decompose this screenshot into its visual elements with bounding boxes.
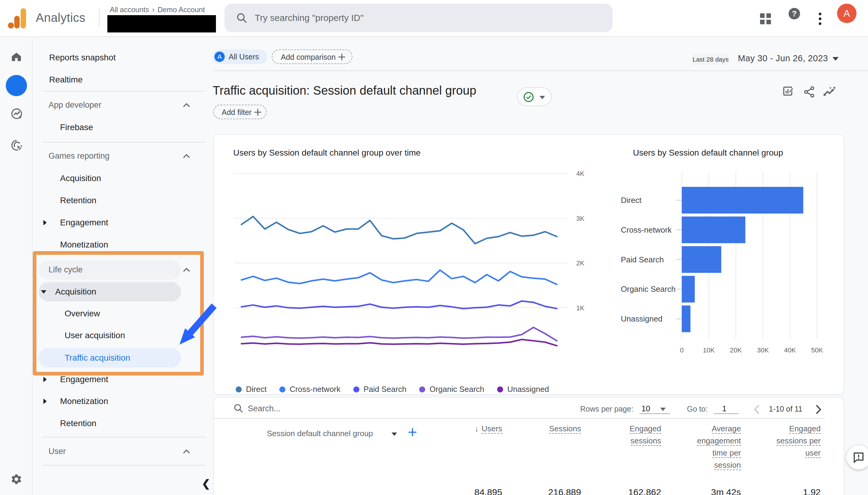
- chevron-up-icon[interactable]: [183, 103, 190, 107]
- next-page-icon[interactable]: [816, 405, 821, 414]
- sidenav-item-retention[interactable]: Retention: [60, 419, 97, 428]
- sidenav-item-engagement[interactable]: Engagement: [60, 375, 108, 384]
- legend-dot-icon: [419, 387, 425, 392]
- sidenav-item-games-reporting[interactable]: Games reporting: [49, 151, 109, 161]
- avatar[interactable]: A: [837, 4, 856, 23]
- breadcrumb[interactable]: All accounts›Demo Account: [110, 5, 205, 14]
- check-circle-icon: [523, 91, 534, 103]
- sidenav-item-firebase[interactable]: Firebase: [60, 122, 93, 132]
- feedback-button[interactable]: [847, 445, 868, 470]
- legend-item-direct: Direct: [236, 385, 266, 394]
- svg-text:4K: 4K: [576, 170, 585, 177]
- nav-divider: [42, 142, 206, 142]
- explore-icon[interactable]: [10, 107, 23, 120]
- column-header-average-engagement-time-per-session[interactable]: Averageengagementtime persession: [662, 424, 741, 473]
- badge-caret-icon: [540, 96, 545, 99]
- settings-gear-icon[interactable]: [10, 473, 22, 485]
- totals-value: 84,895: [423, 487, 502, 495]
- rows-caret-icon: [660, 408, 666, 411]
- add-comparison-button[interactable]: Add comparison: [272, 49, 352, 64]
- svg-text:Direct: Direct: [621, 195, 642, 205]
- edit-report-icon[interactable]: [782, 86, 795, 98]
- svg-text:Cross-network: Cross-network: [621, 225, 672, 235]
- legend-dot-icon: [236, 387, 242, 392]
- annotation-arrow: [173, 300, 221, 352]
- svg-text:0: 0: [576, 349, 580, 349]
- prev-page-icon[interactable]: [754, 405, 760, 414]
- sidenav-item-engagement[interactable]: Engagement: [60, 218, 108, 227]
- nav-divider: [42, 91, 206, 91]
- collapse-nav-icon[interactable]: ❮: [202, 477, 210, 490]
- svg-text:30K: 30K: [757, 346, 769, 354]
- legend-item-unassigned: Unassigned: [497, 385, 549, 394]
- svg-text:20K: 20K: [730, 346, 742, 354]
- sidenav-item-realtime[interactable]: Realtime: [49, 75, 83, 85]
- home-icon[interactable]: [10, 51, 22, 63]
- goto-label: Go to:: [687, 405, 708, 413]
- help-icon[interactable]: ?: [788, 8, 800, 19]
- dimension-caret-icon[interactable]: [392, 432, 397, 436]
- totals-value: 216,889: [502, 487, 581, 495]
- date-range-picker[interactable]: May 30 - Jun 26, 2023: [738, 53, 828, 63]
- goto-input[interactable]: 1: [722, 404, 726, 413]
- caret-right-icon[interactable]: [44, 377, 47, 382]
- sidenav-item-monetization[interactable]: Monetization: [60, 396, 108, 406]
- legend-dot-icon: [279, 387, 285, 392]
- svg-text:Paid Search: Paid Search: [621, 255, 664, 264]
- dimension-column-header[interactable]: Session default channel group: [267, 429, 373, 438]
- search-bar[interactable]: Try searching "property ID": [224, 4, 613, 32]
- legend-dot-icon: [497, 387, 503, 392]
- segment-chip-all-users[interactable]: A All Users: [212, 49, 267, 64]
- feedback-icon: [853, 452, 864, 463]
- search-placeholder: Try searching "property ID": [255, 13, 364, 23]
- svg-text:40K: 40K: [784, 346, 796, 354]
- bar-chart[interactable]: 010K20K30K40K50KDirectCross-networkPaid …: [613, 163, 845, 357]
- pagination-range: 1-10 of 11: [769, 405, 802, 413]
- data-quality-badge[interactable]: [517, 87, 552, 106]
- totals-value: 162,862: [582, 487, 661, 495]
- search-icon: [236, 12, 247, 24]
- sidenav-item-reports-snapshot[interactable]: Reports snapshot: [49, 53, 116, 63]
- analytics-logo-icon[interactable]: [8, 22, 14, 29]
- more-vert-icon[interactable]: [818, 12, 822, 25]
- svg-text:Unassigned: Unassigned: [621, 314, 662, 323]
- svg-text:10K: 10K: [703, 346, 715, 354]
- table-search-input[interactable]: Search...: [248, 404, 280, 413]
- segment-avatar: A: [214, 52, 225, 62]
- share-icon[interactable]: [803, 86, 816, 98]
- app-header: Analytics All accounts›Demo Account Try …: [0, 0, 868, 37]
- column-header-users[interactable]: ↓Users: [423, 424, 502, 436]
- advertising-icon[interactable]: [10, 139, 23, 152]
- svg-text:1K: 1K: [576, 304, 585, 312]
- date-caret-icon: [833, 57, 838, 61]
- apps-grid-icon[interactable]: [760, 13, 771, 24]
- column-header-sessions[interactable]: Sessions: [502, 424, 581, 436]
- add-filter-button[interactable]: Add filter: [213, 105, 266, 119]
- table-card: Search... Rows per page: 10 Go to: 1 1-1…: [213, 397, 844, 495]
- column-header-engaged-sessions-per-user[interactable]: Engagedsessions peruser: [742, 424, 821, 460]
- column-header-engaged-sessions[interactable]: Engagedsessions: [582, 424, 661, 448]
- add-dimension-icon[interactable]: [408, 428, 417, 437]
- sidenav-item-retention[interactable]: Retention: [60, 195, 97, 205]
- chart-legend: DirectCross-networkPaid SearchOrganic Se…: [236, 385, 549, 394]
- chevron-up-icon[interactable]: [183, 449, 190, 454]
- page-title: Traffic acquisition: Session default cha…: [213, 84, 476, 97]
- rows-per-page-select[interactable]: 10: [641, 404, 650, 413]
- ga-analytics-app: Analytics All accounts›Demo Account Try …: [0, 0, 868, 495]
- sidenav-item-acquisition[interactable]: Acquisition: [60, 173, 101, 183]
- sidenav-item-monetization[interactable]: Monetization: [60, 240, 108, 250]
- caret-right-icon[interactable]: [44, 398, 47, 404]
- sidenav-item-user[interactable]: User: [49, 447, 66, 456]
- table-search-icon[interactable]: [233, 403, 244, 413]
- sidenav-item-app-developer[interactable]: App developer: [49, 100, 101, 110]
- nav-rail: [0, 37, 32, 495]
- chevron-up-icon[interactable]: [183, 154, 190, 158]
- svg-text:Organic Search: Organic Search: [621, 285, 676, 294]
- line-chart[interactable]: 01K2K3K4K04Jun111825: [230, 167, 600, 349]
- svg-text:0: 0: [680, 346, 683, 354]
- insights-icon[interactable]: [823, 86, 837, 98]
- main-content: A All Users Add comparison Last 28 days …: [213, 37, 868, 495]
- redacted-property-name: [107, 15, 216, 32]
- caret-right-icon[interactable]: [44, 220, 47, 225]
- charts-card: Users by Session default channel group o…: [213, 134, 844, 395]
